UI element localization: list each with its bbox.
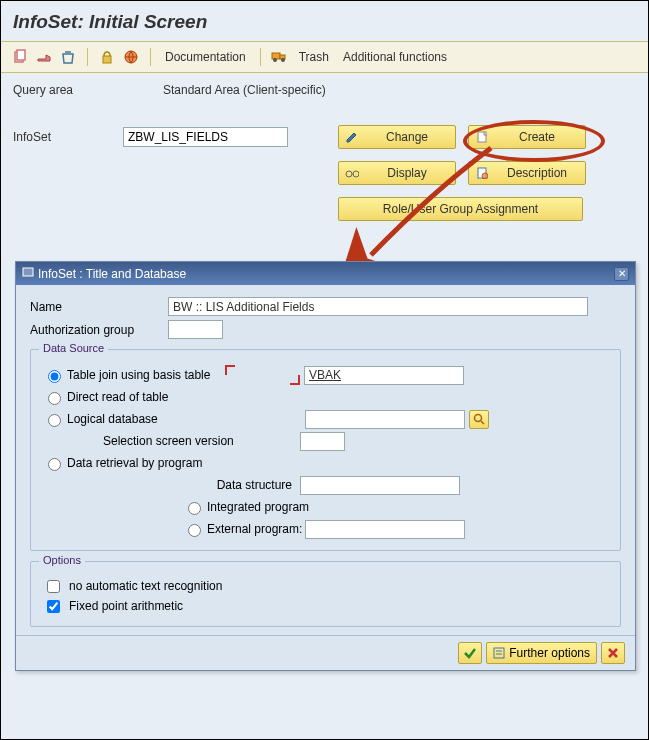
svg-point-8 xyxy=(281,58,285,62)
ok-button[interactable] xyxy=(458,642,482,664)
delete-icon[interactable] xyxy=(59,48,77,66)
query-area-value: Standard Area (Client-specific) xyxy=(163,83,326,97)
radio-external[interactable] xyxy=(188,524,201,537)
documentation-link[interactable]: Documentation xyxy=(161,50,250,64)
display-button[interactable]: Display xyxy=(338,161,456,185)
sel-screen-input[interactable] xyxy=(300,432,345,451)
additional-functions-link[interactable]: Additional functions xyxy=(339,50,451,64)
radio-integrated-label: Integrated program xyxy=(207,500,309,514)
svg-point-11 xyxy=(353,171,359,177)
highlight-corner xyxy=(290,375,300,385)
dialog-infoset-title-database: InfoSet : Title and Database ✕ Name Auth… xyxy=(15,261,636,671)
radio-direct-read[interactable] xyxy=(48,392,61,405)
svg-point-14 xyxy=(482,173,488,179)
dialog-title-text: InfoSet : Title and Database xyxy=(38,267,186,281)
svg-point-10 xyxy=(346,171,352,177)
name-input[interactable] xyxy=(168,297,588,316)
query-area-label: Query area xyxy=(13,83,123,97)
svg-rect-9 xyxy=(478,132,486,142)
radio-logical-db[interactable] xyxy=(48,414,61,427)
search-help-button[interactable] xyxy=(469,410,489,429)
role-assignment-button[interactable]: Role/User Group Assignment xyxy=(338,197,583,221)
further-options-button[interactable]: Further options xyxy=(486,642,597,664)
glasses-icon xyxy=(345,166,359,180)
checkbox-fixed-point-label: Fixed point arithmetic xyxy=(69,599,183,613)
dialog-footer: Further options xyxy=(16,635,635,670)
lock-icon[interactable] xyxy=(98,48,116,66)
trash-link[interactable]: Trash xyxy=(295,50,333,64)
description-button[interactable]: Description xyxy=(468,161,586,185)
check-icon xyxy=(463,646,477,660)
truck-icon[interactable] xyxy=(271,48,289,66)
authgroup-label: Authorization group xyxy=(30,323,168,337)
main-area: Query area Standard Area (Client-specifi… xyxy=(1,73,648,243)
new-page-icon xyxy=(475,130,489,144)
datasource-group: Data Source Table join using basis table… xyxy=(30,349,621,551)
separator xyxy=(150,48,151,66)
sel-screen-label: Selection screen version xyxy=(103,434,300,448)
external-program-input[interactable] xyxy=(305,520,465,539)
radio-logical-db-label: Logical database xyxy=(67,412,305,426)
page-title: InfoSet: Initial Screen xyxy=(1,1,648,41)
svg-rect-3 xyxy=(103,56,111,63)
svg-line-17 xyxy=(481,421,484,424)
radio-external-label: External program: xyxy=(207,522,305,536)
data-structure-label: Data structure xyxy=(183,478,300,492)
datasource-legend: Data Source xyxy=(39,342,108,354)
radio-data-retrieval[interactable] xyxy=(48,458,61,471)
radio-integrated[interactable] xyxy=(188,502,201,515)
svg-point-16 xyxy=(475,415,482,422)
toolbar: Documentation Trash Additional functions xyxy=(1,41,648,73)
checkbox-no-auto-text[interactable] xyxy=(47,580,60,593)
radio-direct-read-label: Direct read of table xyxy=(67,390,168,404)
dialog-titlebar: InfoSet : Title and Database ✕ xyxy=(16,262,635,285)
cancel-button[interactable] xyxy=(601,642,625,664)
transport-icon[interactable] xyxy=(35,48,53,66)
name-label: Name xyxy=(30,300,168,314)
data-structure-input[interactable] xyxy=(300,476,460,495)
svg-point-7 xyxy=(273,58,277,62)
copy-icon[interactable] xyxy=(11,48,29,66)
checkbox-no-auto-text-label: no automatic text recognition xyxy=(69,579,222,593)
svg-rect-18 xyxy=(494,648,504,658)
globe-icon[interactable] xyxy=(122,48,140,66)
create-button[interactable]: Create xyxy=(468,125,586,149)
svg-rect-1 xyxy=(17,50,25,60)
close-icon xyxy=(606,646,620,660)
options-group: Options no automatic text recognition Fi… xyxy=(30,561,621,627)
checkbox-fixed-point[interactable] xyxy=(47,600,60,613)
change-button[interactable]: Change xyxy=(338,125,456,149)
svg-rect-5 xyxy=(272,53,280,59)
options-legend: Options xyxy=(39,554,85,566)
authgroup-input[interactable] xyxy=(168,320,223,339)
dialog-close-button[interactable]: ✕ xyxy=(614,267,629,281)
infoset-label: InfoSet xyxy=(13,130,123,144)
radio-table-join-label: Table join using basis table xyxy=(67,368,245,382)
infoset-input[interactable] xyxy=(123,127,288,147)
svg-rect-15 xyxy=(23,268,33,276)
radio-data-retrieval-label: Data retrieval by program xyxy=(67,456,202,470)
table-join-value-input[interactable] xyxy=(304,366,464,385)
pencil-icon xyxy=(345,130,359,144)
options-icon xyxy=(493,647,505,659)
radio-table-join[interactable] xyxy=(48,370,61,383)
separator xyxy=(87,48,88,66)
document-icon xyxy=(475,166,489,180)
logical-db-input[interactable] xyxy=(305,410,465,429)
separator xyxy=(260,48,261,66)
dialog-icon xyxy=(22,266,34,281)
highlight-corner xyxy=(225,365,235,375)
